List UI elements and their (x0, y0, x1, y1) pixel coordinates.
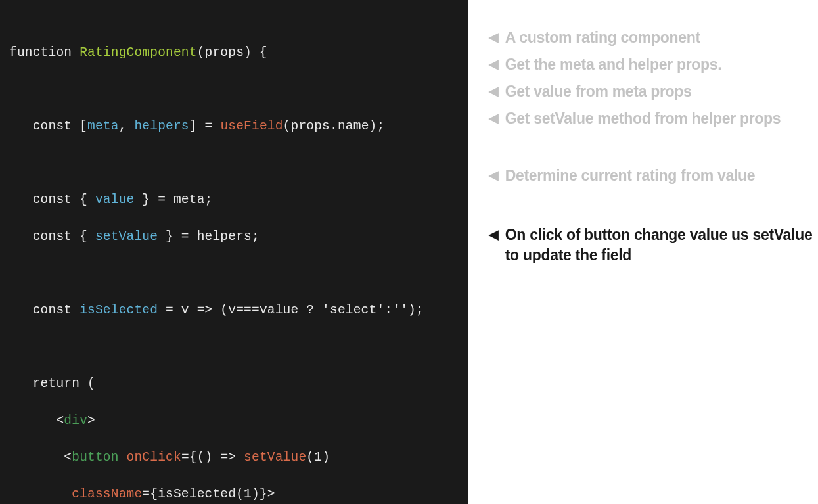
annotation-text: Determine current rating from value (505, 166, 756, 186)
code-token: const { (9, 229, 95, 244)
triangle-left-icon: ◀ (489, 28, 499, 47)
code-token: meta (87, 119, 119, 133)
code-token: onClick (127, 450, 181, 465)
code-token: '' (392, 303, 408, 317)
code-token: const (9, 303, 80, 317)
code-token (9, 450, 64, 465)
code-token: const { (9, 193, 95, 207)
code-line: <div> (9, 411, 459, 430)
spacer (489, 135, 818, 166)
code-token (9, 413, 56, 428)
code-token: setValue (244, 450, 306, 465)
code-token (9, 487, 72, 501)
code-token: , (119, 119, 135, 133)
code-token: (props.name); (283, 119, 385, 133)
code-token: value (95, 193, 135, 207)
code-line: const { setValue } = helpers; (9, 227, 459, 246)
annotation-text: Get the meta and helper props. (505, 55, 722, 75)
triangle-left-icon: ◀ (489, 55, 499, 74)
code-editor: function RatingComponent(props) { const … (0, 0, 468, 504)
code-line: return ( (9, 375, 459, 393)
code-line: const [meta, helpers] = useField(props.n… (9, 117, 459, 135)
code-token: } = helpers; (158, 229, 260, 244)
code-line: const isSelected = v => (v===value ? 'se… (9, 301, 459, 319)
annotation-panel: ◀ A custom rating component ◀ Get the me… (468, 0, 818, 504)
annotation-item: ◀ Determine current rating from value (489, 166, 818, 186)
annotation-item: ◀ Get the meta and helper props. (489, 55, 818, 75)
code-token: function (9, 45, 80, 60)
annotation-item: ◀ A custom rating component (489, 28, 818, 48)
code-token: ); (408, 303, 424, 317)
code-token: className (72, 487, 142, 501)
code-token: (props) { (197, 45, 267, 60)
annotation-text: Get setValue method from helper props (505, 108, 781, 129)
triangle-left-icon: ◀ (489, 81, 499, 101)
code-line (9, 80, 459, 99)
code-line (9, 154, 459, 172)
annotation-item-active: ◀ On click of button change value us set… (489, 225, 818, 265)
code-token: setValue (95, 229, 158, 244)
code-line: className={isSelected(1)}> (9, 485, 459, 503)
code-token: ={isSelected(1)}> (142, 487, 275, 501)
code-token: return ( (9, 377, 95, 391)
annotation-item: ◀ Get setValue method from helper props (489, 108, 818, 129)
code-line: const { value } = meta; (9, 191, 459, 209)
code-token: (1) (306, 450, 330, 465)
code-line: function RatingComponent(props) { (9, 43, 459, 62)
code-token: < (56, 413, 64, 428)
annotation-text: A custom rating component (505, 28, 700, 48)
code-token: = v => (v===value ? (158, 303, 322, 317)
spacer (489, 193, 818, 225)
annotation-item: ◀ Get value from meta props (489, 81, 818, 102)
code-token: const [ (9, 119, 87, 133)
triangle-left-icon: ◀ (489, 166, 499, 185)
triangle-left-icon: ◀ (489, 108, 499, 128)
annotation-text: Get value from meta props (505, 81, 692, 102)
code-line (9, 264, 459, 283)
code-token: ] = (189, 119, 221, 133)
code-token: button (72, 450, 118, 465)
code-token: ={() => (181, 450, 244, 465)
code-line (9, 338, 459, 356)
code-token: } = meta; (134, 193, 212, 207)
code-token: < (64, 450, 72, 465)
code-token: 'select' (322, 303, 384, 317)
code-token: helpers (134, 119, 189, 133)
code-token: : (384, 303, 392, 317)
code-token: RatingComponent (80, 45, 197, 60)
code-token: div (64, 413, 87, 428)
triangle-left-icon: ◀ (489, 225, 499, 244)
code-token: isSelected (80, 303, 158, 317)
code-token: useField (220, 119, 283, 133)
code-line: <button onClick={() => setValue(1) (9, 448, 459, 467)
code-token (119, 450, 127, 465)
annotation-text: On click of button change value us setVa… (505, 225, 818, 265)
code-token: > (87, 413, 95, 428)
